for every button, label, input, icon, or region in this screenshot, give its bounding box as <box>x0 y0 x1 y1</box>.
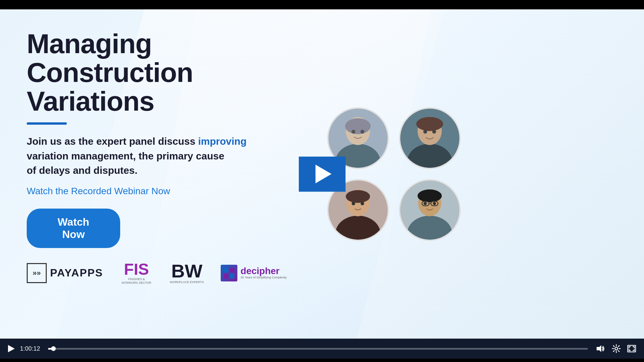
left-content-panel: Managing Construction Variations Join us… <box>0 9 317 339</box>
play-triangle-icon <box>315 165 332 184</box>
payapps-arrows-icon: »» <box>27 263 47 283</box>
svg-point-8 <box>345 118 371 134</box>
bottom-bar <box>0 359 644 362</box>
speaker-2-face <box>400 109 459 168</box>
decipher-logo: decipher 20 Years of Simplifying Complex… <box>221 265 287 281</box>
svg-rect-0 <box>224 268 228 272</box>
decipher-sub: 20 Years of Simplifying Complexity <box>241 276 287 279</box>
svg-point-9 <box>352 130 355 133</box>
bw-main-text: BW <box>171 262 202 280</box>
play-pause-button[interactable] <box>8 345 15 352</box>
volume-button[interactable] <box>596 345 605 353</box>
fis-sub-text: FINISHES & INTERIORS SECTOR <box>120 277 153 285</box>
svg-point-24 <box>361 202 364 205</box>
top-bar <box>0 0 644 9</box>
bw-sub-text: WORKPLACE EXPERTS <box>170 280 204 284</box>
svg-point-16 <box>423 130 427 133</box>
payapps-name: PAYAPPS <box>50 267 103 279</box>
speakers-top-row <box>327 107 461 169</box>
speaker-photo-4 <box>399 179 461 241</box>
svg-marker-35 <box>597 345 601 352</box>
description-line1: Join us as the expert panel discuss <box>27 136 198 147</box>
svg-point-23 <box>352 202 355 205</box>
decipher-name: decipher <box>241 266 287 276</box>
control-bar: 1:00:12 <box>0 339 644 359</box>
svg-rect-2 <box>224 274 228 278</box>
svg-point-17 <box>432 130 436 133</box>
fis-logo: FIS FINISHES & INTERIORS SECTOR <box>120 261 153 285</box>
svg-rect-3 <box>230 274 234 278</box>
svg-point-22 <box>346 190 370 203</box>
decipher-icon <box>221 265 237 281</box>
fullscreen-button[interactable] <box>627 345 636 352</box>
svg-point-15 <box>416 117 443 131</box>
progress-dot <box>51 346 56 351</box>
svg-point-34 <box>433 202 436 205</box>
description-highlight: improving <box>198 136 247 147</box>
svg-point-33 <box>424 202 427 205</box>
description-line3: of delays and disputes. <box>27 165 138 176</box>
time-display: 1:00:12 <box>20 345 40 352</box>
bw-logo: BW WORKPLACE EXPERTS <box>170 262 204 284</box>
speaker-4-face <box>400 180 459 240</box>
payapps-logo: »» PAYAPPS <box>27 263 103 283</box>
svg-point-29 <box>418 189 442 202</box>
play-icon <box>8 345 15 352</box>
description-text: Join us as the expert panel discuss impr… <box>27 134 297 178</box>
blue-divider <box>27 122 67 125</box>
decipher-text-block: decipher 20 Years of Simplifying Complex… <box>241 266 287 279</box>
play-button-overlay[interactable] <box>299 156 346 192</box>
speakers-bottom-row <box>327 179 461 241</box>
fis-main-text: FIS <box>124 261 149 277</box>
svg-point-10 <box>361 130 364 133</box>
video-player: Managing Construction Variations Join us… <box>0 0 644 362</box>
progress-bar[interactable] <box>48 348 588 350</box>
description-line2: variation management, the primary cause <box>27 150 224 161</box>
main-content: Managing Construction Variations Join us… <box>0 9 644 339</box>
main-title: Managing Construction Variations <box>27 29 297 116</box>
settings-button[interactable] <box>612 344 621 353</box>
watch-recorded-link[interactable]: Watch the Recorded Webinar Now <box>27 186 297 197</box>
control-icons <box>596 344 636 353</box>
watch-now-button[interactable]: Watch Now <box>27 209 120 248</box>
speaker-photo-2 <box>399 107 461 169</box>
logos-row: »» PAYAPPS FIS FINISHES & INTERIORS SECT… <box>27 261 297 285</box>
svg-rect-1 <box>230 268 234 272</box>
svg-point-36 <box>615 347 618 350</box>
